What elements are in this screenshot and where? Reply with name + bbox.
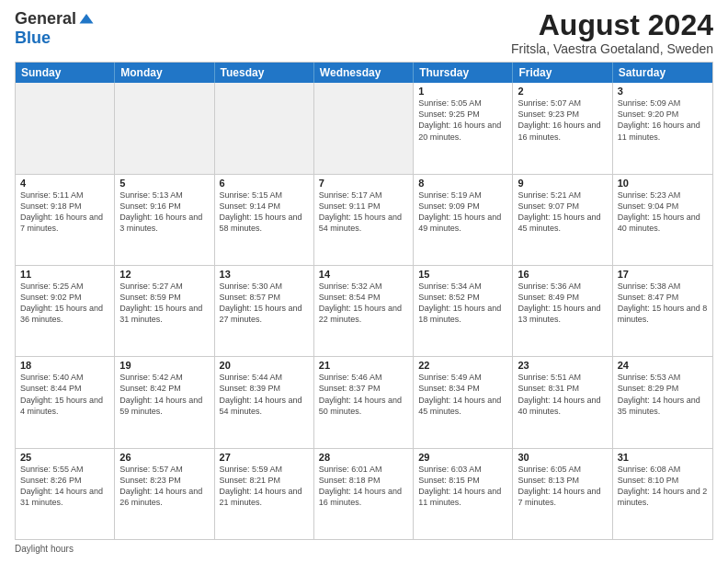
page: General Blue August 2024 Fritsla, Vaestr…: [0, 0, 728, 563]
day-number: 30: [518, 452, 607, 463]
cell-info: Sunrise: 5:42 AM Sunset: 8:42 PM Dayligh…: [119, 372, 209, 417]
day-number: 26: [119, 452, 209, 463]
calendar-row: 11Sunrise: 5:25 AM Sunset: 9:02 PM Dayli…: [16, 266, 712, 357]
calendar-header-cell: Thursday: [414, 63, 513, 83]
day-number: 20: [220, 360, 309, 371]
cell-info: Sunrise: 5:36 AM Sunset: 8:49 PM Dayligh…: [518, 281, 607, 326]
cell-info: Sunrise: 5:27 AM Sunset: 8:59 PM Dayligh…: [119, 281, 209, 326]
calendar-cell: 26Sunrise: 5:57 AM Sunset: 8:23 PM Dayli…: [115, 449, 214, 539]
day-number: 27: [220, 452, 309, 463]
cell-info: Sunrise: 5:32 AM Sunset: 8:54 PM Dayligh…: [319, 281, 408, 326]
cell-info: Sunrise: 6:05 AM Sunset: 8:13 PM Dayligh…: [518, 464, 607, 509]
cell-info: Sunrise: 5:30 AM Sunset: 8:57 PM Dayligh…: [220, 281, 309, 326]
day-number: 2: [518, 86, 607, 97]
calendar-row: 4Sunrise: 5:11 AM Sunset: 9:18 PM Daylig…: [16, 175, 712, 266]
cell-info: Sunrise: 5:46 AM Sunset: 8:37 PM Dayligh…: [319, 372, 408, 417]
cell-info: Sunrise: 6:08 AM Sunset: 8:10 PM Dayligh…: [618, 464, 708, 509]
cell-info: Sunrise: 5:21 AM Sunset: 9:07 PM Dayligh…: [518, 190, 607, 235]
day-number: 4: [20, 178, 109, 189]
calendar-header-cell: Tuesday: [215, 63, 314, 83]
cell-info: Sunrise: 5:59 AM Sunset: 8:21 PM Dayligh…: [220, 464, 309, 509]
calendar-cell: 10Sunrise: 5:23 AM Sunset: 9:04 PM Dayli…: [613, 175, 712, 265]
calendar-cell: 12Sunrise: 5:27 AM Sunset: 8:59 PM Dayli…: [115, 266, 214, 356]
calendar-cell: 2Sunrise: 5:07 AM Sunset: 9:23 PM Daylig…: [513, 83, 612, 173]
day-number: 28: [319, 452, 408, 463]
logo-icon: [78, 11, 95, 28]
cell-info: Sunrise: 5:09 AM Sunset: 9:20 PM Dayligh…: [618, 98, 708, 143]
day-number: 17: [618, 269, 708, 280]
cell-info: Sunrise: 5:15 AM Sunset: 9:14 PM Dayligh…: [220, 190, 309, 235]
header: General Blue August 2024 Fritsla, Vaestr…: [15, 9, 713, 56]
day-number: 21: [319, 360, 408, 371]
calendar-cell: 5Sunrise: 5:13 AM Sunset: 9:16 PM Daylig…: [115, 175, 214, 265]
cell-info: Sunrise: 5:49 AM Sunset: 8:34 PM Dayligh…: [418, 372, 507, 417]
day-number: 29: [418, 452, 507, 463]
calendar-cell: 20Sunrise: 5:44 AM Sunset: 8:39 PM Dayli…: [215, 357, 314, 447]
cell-info: Sunrise: 5:38 AM Sunset: 8:47 PM Dayligh…: [618, 281, 708, 326]
day-number: 6: [220, 178, 309, 189]
day-number: 12: [119, 269, 209, 280]
calendar-cell: 9Sunrise: 5:21 AM Sunset: 9:07 PM Daylig…: [513, 175, 612, 265]
svg-marker-0: [80, 14, 94, 24]
cell-info: Sunrise: 5:23 AM Sunset: 9:04 PM Dayligh…: [618, 190, 708, 235]
cell-info: Sunrise: 5:34 AM Sunset: 8:52 PM Dayligh…: [418, 281, 507, 326]
day-number: 18: [20, 360, 109, 371]
day-number: 14: [319, 269, 408, 280]
calendar-cell: 8Sunrise: 5:19 AM Sunset: 9:09 PM Daylig…: [414, 175, 513, 265]
calendar-cell: 16Sunrise: 5:36 AM Sunset: 8:49 PM Dayli…: [513, 266, 612, 356]
day-number: 25: [20, 452, 109, 463]
calendar-cell: 31Sunrise: 6:08 AM Sunset: 8:10 PM Dayli…: [613, 449, 712, 539]
calendar-cell: 11Sunrise: 5:25 AM Sunset: 9:02 PM Dayli…: [16, 266, 115, 356]
cell-info: Sunrise: 5:57 AM Sunset: 8:23 PM Dayligh…: [119, 464, 209, 509]
cell-info: Sunrise: 5:25 AM Sunset: 9:02 PM Dayligh…: [20, 281, 109, 326]
calendar-row: 25Sunrise: 5:55 AM Sunset: 8:26 PM Dayli…: [16, 449, 712, 539]
calendar-cell: 19Sunrise: 5:42 AM Sunset: 8:42 PM Dayli…: [115, 357, 214, 447]
calendar-cell: 14Sunrise: 5:32 AM Sunset: 8:54 PM Dayli…: [314, 266, 414, 356]
calendar-cell: 29Sunrise: 6:03 AM Sunset: 8:15 PM Dayli…: [414, 449, 513, 539]
calendar-row: 18Sunrise: 5:40 AM Sunset: 8:44 PM Dayli…: [16, 357, 712, 448]
cell-info: Sunrise: 5:07 AM Sunset: 9:23 PM Dayligh…: [518, 98, 607, 143]
day-number: 22: [418, 360, 507, 371]
cell-info: Sunrise: 5:51 AM Sunset: 8:31 PM Dayligh…: [518, 372, 607, 417]
cell-info: Sunrise: 5:53 AM Sunset: 8:29 PM Dayligh…: [618, 372, 708, 417]
calendar-header-cell: Wednesday: [314, 63, 414, 83]
day-number: 5: [119, 178, 209, 189]
cell-info: Sunrise: 5:13 AM Sunset: 9:16 PM Dayligh…: [119, 190, 209, 235]
calendar-cell: 30Sunrise: 6:05 AM Sunset: 8:13 PM Dayli…: [513, 449, 612, 539]
calendar-header-cell: Sunday: [16, 63, 115, 83]
day-number: 8: [418, 178, 507, 189]
cell-info: Sunrise: 5:05 AM Sunset: 9:25 PM Dayligh…: [418, 98, 507, 143]
logo-general-text: General: [15, 9, 76, 29]
calendar-header-cell: Friday: [513, 63, 612, 83]
day-number: 3: [618, 86, 708, 97]
calendar-cell: 4Sunrise: 5:11 AM Sunset: 9:18 PM Daylig…: [16, 175, 115, 265]
cell-info: Sunrise: 5:11 AM Sunset: 9:18 PM Dayligh…: [20, 190, 109, 235]
calendar-cell: 18Sunrise: 5:40 AM Sunset: 8:44 PM Dayli…: [16, 357, 115, 447]
calendar-cell: 22Sunrise: 5:49 AM Sunset: 8:34 PM Dayli…: [414, 357, 513, 447]
calendar-cell: [314, 83, 414, 173]
cell-info: Sunrise: 6:03 AM Sunset: 8:15 PM Dayligh…: [418, 464, 507, 509]
day-number: 16: [518, 269, 607, 280]
calendar-cell: 15Sunrise: 5:34 AM Sunset: 8:52 PM Dayli…: [414, 266, 513, 356]
day-number: 31: [618, 452, 708, 463]
cell-info: Sunrise: 5:44 AM Sunset: 8:39 PM Dayligh…: [220, 372, 309, 417]
day-number: 23: [518, 360, 607, 371]
calendar-header-cell: Monday: [115, 63, 214, 83]
day-number: 10: [618, 178, 708, 189]
cell-info: Sunrise: 5:19 AM Sunset: 9:09 PM Dayligh…: [418, 190, 507, 235]
calendar-body: 1Sunrise: 5:05 AM Sunset: 9:25 PM Daylig…: [16, 83, 712, 539]
calendar-cell: [16, 83, 115, 173]
calendar-cell: 27Sunrise: 5:59 AM Sunset: 8:21 PM Dayli…: [215, 449, 314, 539]
cell-info: Sunrise: 5:40 AM Sunset: 8:44 PM Dayligh…: [20, 372, 109, 417]
calendar-cell: [115, 83, 214, 173]
day-number: 15: [418, 269, 507, 280]
day-number: 1: [418, 86, 507, 97]
calendar-header: SundayMondayTuesdayWednesdayThursdayFrid…: [16, 63, 712, 83]
day-number: 24: [618, 360, 708, 371]
calendar-cell: 17Sunrise: 5:38 AM Sunset: 8:47 PM Dayli…: [613, 266, 712, 356]
cell-info: Sunrise: 5:17 AM Sunset: 9:11 PM Dayligh…: [319, 190, 408, 235]
day-number: 7: [319, 178, 408, 189]
day-number: 13: [220, 269, 309, 280]
calendar-cell: 7Sunrise: 5:17 AM Sunset: 9:11 PM Daylig…: [314, 175, 414, 265]
calendar-cell: 25Sunrise: 5:55 AM Sunset: 8:26 PM Dayli…: [16, 449, 115, 539]
